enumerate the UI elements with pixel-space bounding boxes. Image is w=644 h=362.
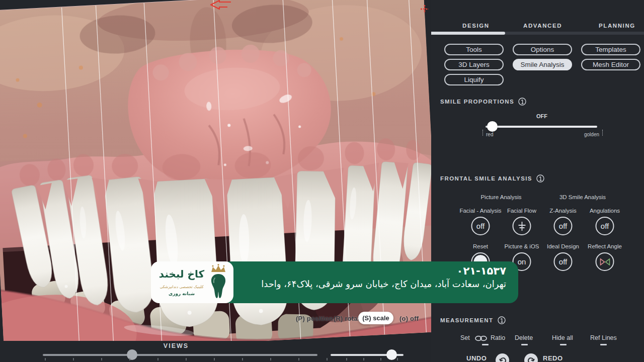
measurement-hide-all[interactable]: Hide all	[552, 334, 573, 341]
crown-icon	[209, 264, 227, 273]
viewer-stage[interactable]: (P) position (R) rotate (S) scale (o) of…	[0, 0, 431, 362]
group-picture-analysis: Picture Analysis	[471, 194, 531, 200]
smile-proportions-header: SMILE PROPORTIONS	[440, 98, 526, 106]
mode-off[interactable]: (o) off	[399, 315, 419, 322]
measurement-delete[interactable]: Delete	[515, 334, 533, 341]
tab-advanced[interactable]: ADVANCED	[523, 23, 562, 29]
facial-analysis-toggle[interactable]: off	[471, 217, 490, 235]
undo-button[interactable]: UNDO	[466, 354, 487, 362]
measurement-dash	[600, 344, 607, 345]
measurement-header: MEASUREMENT	[440, 316, 506, 324]
clinic-wordmark: کاخ لبخند	[153, 268, 210, 280]
z-analysis-toggle[interactable]: off	[554, 217, 573, 235]
slider-left-dots	[482, 130, 483, 136]
pin-icon[interactable]	[498, 316, 506, 324]
measurement-ref-lines[interactable]: Ref Lines	[590, 334, 617, 341]
clinic-phone: ۰۲۱-۱۵۳۷	[236, 265, 506, 277]
tab-design[interactable]: DESIGN	[462, 23, 490, 29]
mode-scale-active[interactable]: (S) scale	[358, 312, 393, 324]
tab-progress-track	[431, 32, 644, 35]
mode-position[interactable]: (P) position	[296, 315, 333, 322]
measurement-dash	[482, 344, 489, 345]
reflect-angle-toggle[interactable]	[596, 252, 614, 271]
slider-right-dots	[602, 130, 603, 136]
reflect-angle-label: Reflect Angle	[577, 243, 632, 249]
3d-layers-button[interactable]: 3D Layers	[444, 59, 504, 70]
angulations-toggle[interactable]: off	[596, 217, 614, 235]
group-3d-smile-analysis: 3D Smile Analysis	[552, 194, 613, 200]
link-icon[interactable]	[474, 335, 488, 341]
measurement-dash	[560, 344, 567, 345]
design-panel: DESIGN ADVANCED PLANNING Tools Options T…	[431, 0, 644, 362]
mesh-editor-button[interactable]: Mesh Editor	[581, 59, 640, 70]
slider-tick-marks	[0, 341, 431, 362]
options-button[interactable]: Options	[513, 44, 572, 55]
tools-button[interactable]: Tools	[444, 44, 504, 55]
undo-icon[interactable]	[496, 353, 509, 362]
frontal-smile-analysis-title: FRONTAL SMILE ANALYSIS	[440, 175, 532, 182]
ideal-design-toggle[interactable]: off	[554, 252, 573, 271]
tab-planning[interactable]: PLANNING	[599, 23, 635, 29]
facial-flow-toggle[interactable]	[513, 217, 531, 235]
measurement-title: MEASUREMENT	[440, 317, 494, 323]
reflect-angle-bowtie-icon	[599, 258, 611, 266]
tab-progress-fill	[431, 32, 505, 35]
angulations-label: Angulations	[577, 208, 632, 214]
clinic-logo-box: کاخ لبخند کلینیک تخصصی دندانپزشکی شبانه …	[151, 261, 233, 303]
views-bar: VIEWS	[0, 341, 431, 362]
z-analysis-state: off	[559, 222, 567, 230]
measurement-ratio[interactable]: Ratio	[491, 334, 505, 341]
slider-right-label: golden	[579, 132, 599, 137]
templates-button[interactable]: Templates	[581, 44, 640, 55]
facial-flow-axis-icon	[517, 221, 526, 231]
smile-analysis-button[interactable]: Smile Analysis	[513, 59, 572, 70]
measurement-dash	[521, 344, 528, 345]
redo-icon[interactable]	[524, 353, 538, 362]
smile-proportions-slider-handle[interactable]	[487, 121, 498, 132]
clinic-address: تهران، سعادت آباد، میدان کاج، خیابان سرو…	[236, 279, 506, 289]
clinic-subtitle: کلینیک تخصصی دندانپزشکی	[152, 285, 211, 289]
tooth-icon	[209, 273, 228, 299]
measurement-set[interactable]: Set	[460, 334, 470, 341]
angulations-state: off	[601, 222, 609, 230]
redo-button[interactable]: REDO	[543, 354, 563, 362]
facial-analysis-state: off	[476, 222, 485, 230]
ideal-design-state: off	[559, 257, 567, 266]
liquify-button[interactable]: Liquify	[444, 74, 504, 85]
smile-proportions-state: OFF	[527, 113, 557, 119]
clinic-banner: ۰۲۱-۱۵۳۷ تهران، سعادت آباد، میدان کاج، خ…	[151, 261, 518, 303]
slider-left-label: red	[486, 132, 493, 137]
clinic-hours: شبانه روزی	[152, 291, 211, 296]
pin-icon[interactable]	[536, 174, 544, 183]
smile-proportions-title: SMILE PROPORTIONS	[440, 99, 514, 105]
picture-ios-state: on	[518, 257, 526, 266]
smile-proportions-slider-track[interactable]	[486, 126, 597, 128]
pin-icon[interactable]	[518, 98, 526, 106]
frontal-smile-analysis-header: FRONTAL SMILE ANALYSIS	[440, 174, 544, 183]
